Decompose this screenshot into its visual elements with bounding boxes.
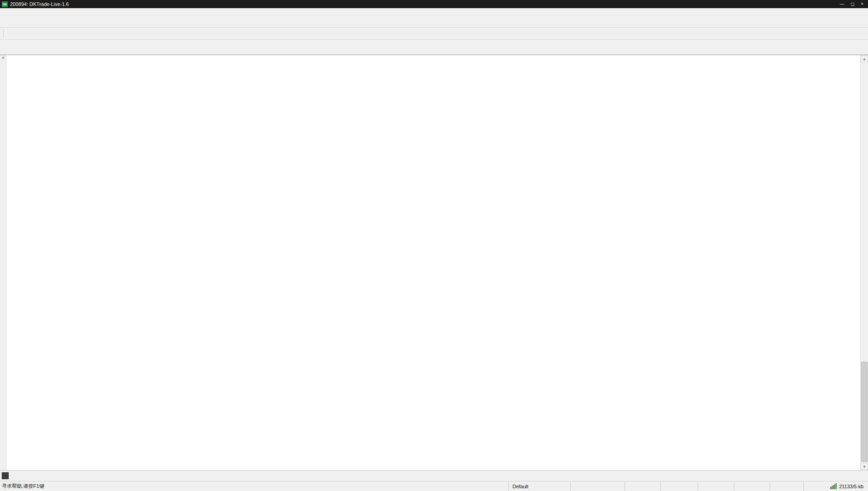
maximize-icon[interactable]: ◻ [851, 0, 854, 8]
status-help-text: 寻求帮助,请按F1键 [0, 481, 509, 491]
scroll-down-icon[interactable]: ▼ [861, 463, 868, 470]
panel-gutter [0, 55, 6, 470]
toolbar-separator [3, 30, 4, 38]
window-title: 200894: DKTrade-Live-1.6 [10, 1, 69, 7]
status-connection: 21133/5 kb [804, 481, 868, 491]
connection-bars-icon [830, 483, 837, 489]
window-controls: — ◻ × [840, 0, 866, 8]
minimize-icon[interactable]: — [840, 0, 844, 8]
panel-close-icon[interactable]: × [0, 56, 6, 61]
status-section [698, 481, 734, 491]
status-bar: 寻求帮助,请按F1键 Default 21133/5 kb [0, 481, 868, 491]
status-section [770, 481, 804, 491]
close-icon[interactable]: × [861, 0, 863, 8]
vertical-scrollbar[interactable]: ▲ ▼ [860, 55, 868, 470]
terminal-tab-bar [0, 470, 868, 481]
account-history-panel: × ▲ ▼ [0, 55, 868, 470]
table-body [6, 66, 860, 470]
chart-tab-bar [0, 40, 868, 55]
scroll-up-icon[interactable]: ▲ [861, 55, 868, 62]
scrollbar-thumb[interactable] [861, 362, 868, 462]
app-icon: DK [2, 1, 8, 7]
terminal-grid-icon [2, 472, 9, 479]
menu-bar [0, 8, 868, 16]
mt4-window: DK 200894: DKTrade-Live-1.6 — ◻ × × ▲ ▼ [0, 0, 868, 491]
title-bar: DK 200894: DKTrade-Live-1.6 — ◻ × [0, 0, 868, 8]
scrollbar-track[interactable] [861, 62, 868, 463]
status-profile[interactable]: Default [509, 481, 571, 491]
toolbar-standard [0, 16, 868, 28]
status-section [571, 481, 625, 491]
status-section [625, 481, 661, 491]
toolbar-tools [0, 28, 868, 40]
connection-traffic: 21133/5 kb [839, 484, 863, 489]
status-section [661, 481, 698, 491]
status-section [734, 481, 770, 491]
